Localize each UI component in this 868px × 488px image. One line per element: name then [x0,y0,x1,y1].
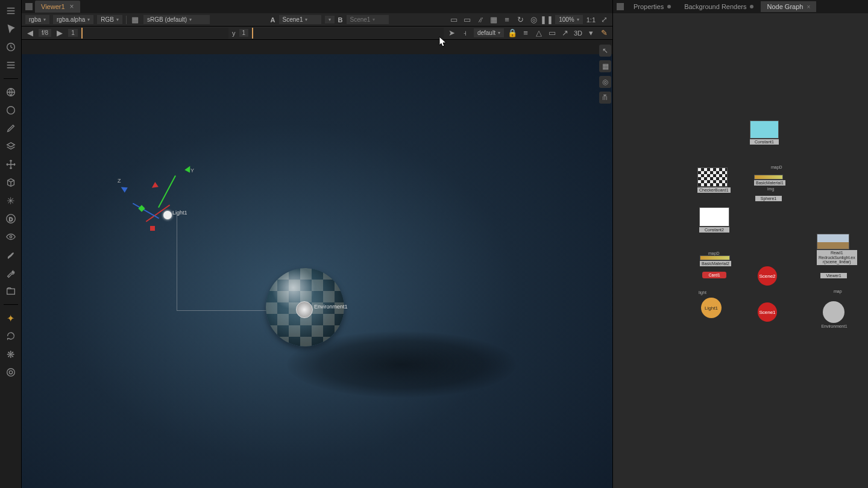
stripe-icon[interactable]: ⫽ [476,15,485,25]
tab-background-renders[interactable]: Background Renders [678,1,760,12]
fstop-field[interactable]: f/8 [39,29,51,37]
clip-icon[interactable]: ▦ [130,15,140,25]
node-basicmaterial1[interactable]: BasicMaterial1 [754,175,785,186]
bars-icon[interactable]: ≡ [502,15,512,25]
light-icon[interactable]: ✳ [5,195,17,207]
wipe-icon[interactable]: △ [534,28,544,38]
node-card1[interactable]: Card1 [702,271,726,278]
wrench-icon[interactable] [5,267,17,279]
layers-icon[interactable] [5,140,17,152]
tab-viewer1[interactable]: Viewer1 × [35,1,80,13]
lut-dropdown[interactable]: default [474,28,504,37]
timeline-ruler-2[interactable] [252,28,444,39]
drag-handle-icon[interactable] [617,3,624,10]
node-viewer1[interactable]: Viewer1 [820,272,847,278]
port-label: mapD [708,251,720,255]
axis-z-arrow-icon[interactable] [119,184,128,193]
node-light1[interactable]: Light1 [701,298,722,318]
pointer-icon[interactable] [5,23,17,35]
circle-icon[interactable] [5,104,17,116]
axis-y-line[interactable] [158,175,176,208]
node-graph-canvas[interactable]: Constant1 mapD CheckerBoard1 BasicMateri… [613,13,868,488]
close-icon[interactable]: × [807,4,810,10]
clock-icon[interactable] [5,41,17,53]
node-environment1[interactable] [823,301,844,323]
node-constant2[interactable]: Constant2 [699,207,729,233]
pencil-icon[interactable]: ✎ [599,28,609,38]
select-tool-icon[interactable]: ↖ [599,45,611,57]
focus-icon[interactable]: ◎ [529,15,538,25]
roi-icon[interactable]: ▭ [449,15,459,25]
snap-tool-icon[interactable]: ◎ [599,76,611,88]
ratio-label: 1:1 [587,16,596,23]
target-icon[interactable] [5,366,17,378]
flare-icon[interactable]: ✦ [5,312,17,324]
eye-icon[interactable] [5,231,17,243]
next-frame-icon[interactable]: ▶ [55,28,64,38]
d-icon[interactable]: D [5,213,17,225]
frame-icon[interactable]: ▭ [547,28,557,38]
move-icon[interactable] [5,158,17,170]
node-label: Read1 RedrockSunlight.ex r(scene_linear) [817,250,857,265]
node-basicmaterial2[interactable]: BasicMaterial2 [700,255,731,266]
node-sphere1[interactable]: Sphere1 [755,195,782,201]
pause-icon[interactable]: ❚❚ [542,15,552,25]
environment-pivot-icon[interactable] [296,301,313,318]
node-scene1[interactable]: Scene1 [758,302,777,322]
folder-icon[interactable] [5,285,17,297]
node-label: BasicMaterial2 [700,261,731,266]
frame-field[interactable]: 1 [68,29,78,37]
transform-gizmo[interactable]: Y Z Light1 [112,163,203,253]
prev-frame-icon[interactable]: ◀ [25,28,35,38]
input-a-extra-dropdown[interactable] [325,16,335,23]
headlight-icon[interactable]: ➤ [447,28,457,38]
reload-icon[interactable]: ↻ [515,15,525,25]
brush-icon[interactable] [5,249,17,261]
axis-x-arrow-icon[interactable] [150,182,159,190]
node-checkerboard1[interactable]: CheckerBoard1 [697,167,731,193]
channel-dropdown[interactable]: rgba [25,15,49,24]
node-constant1[interactable]: Constant1 [750,120,779,145]
viewport-3d[interactable]: Environment1 Y Z Light1 [22,54,612,488]
svg-point-8 [9,371,12,374]
timeline-bar: ◀ f/8 ▶ 1 y 1 ➤ ⫞ default 🔒 ≡ △ ▭ ↗ 3D ▾… [22,27,612,40]
cube-icon[interactable] [5,177,17,189]
tab-node-graph[interactable]: Node Graph × [761,1,816,12]
alpha-dropdown[interactable]: rgba.alpha [53,15,93,24]
viewer-controls: rgba rgba.alpha RGB ▦ sRGB (default) A S… [22,13,612,27]
hierarchy-icon[interactable]: ⫚ [599,92,611,104]
gizmo-origin-icon[interactable] [163,211,172,219]
grid-icon[interactable]: ▦ [489,15,498,25]
right-panel-tabs: Properties Background Renders Node Graph… [613,0,868,13]
node-read1[interactable]: Read1 RedrockSunlight.ex r(scene_linear) [817,234,857,265]
y-field[interactable]: 1 [239,29,249,37]
expand-icon[interactable]: ⤢ [599,15,609,25]
lock-icon[interactable]: ⫞ [461,28,470,38]
close-icon[interactable]: × [70,2,74,11]
tab-label: Viewer1 [41,3,65,10]
drag-handle-icon[interactable] [25,3,33,10]
timeline-ruler[interactable] [81,28,228,39]
pen-icon[interactable] [5,122,17,134]
align-icon[interactable]: ≡ [521,28,530,38]
graph-icon[interactable]: ↗ [561,28,570,38]
tab-properties[interactable]: Properties [627,1,677,12]
list-icon[interactable] [5,59,17,71]
rgb-dropdown[interactable]: RGB [97,15,122,24]
zoom-dropdown[interactable]: 100% [555,15,583,24]
input-b-dropdown[interactable]: Scene1 [347,15,389,24]
chevron-down-icon[interactable]: ▾ [586,28,596,38]
camera-lock-icon[interactable]: 🔒 [508,28,517,38]
region-tool-icon[interactable]: ▦ [599,60,611,72]
input-a-dropdown[interactable]: Scene1 [279,15,321,24]
axis-z-line[interactable] [133,203,159,219]
snap-icon[interactable]: ❋ [5,348,17,360]
colorspace-dropdown[interactable]: sRGB (default) [143,15,210,24]
globe-icon[interactable] [5,86,17,98]
refresh-icon[interactable] [5,330,17,342]
overscan-icon[interactable]: ▭ [462,15,472,25]
plane-handle-x-icon[interactable] [150,226,155,231]
mode-3d-label[interactable]: 3D [574,30,582,37]
node-scene2[interactable]: Scene2 [758,266,777,286]
menu-icon[interactable] [5,5,17,17]
